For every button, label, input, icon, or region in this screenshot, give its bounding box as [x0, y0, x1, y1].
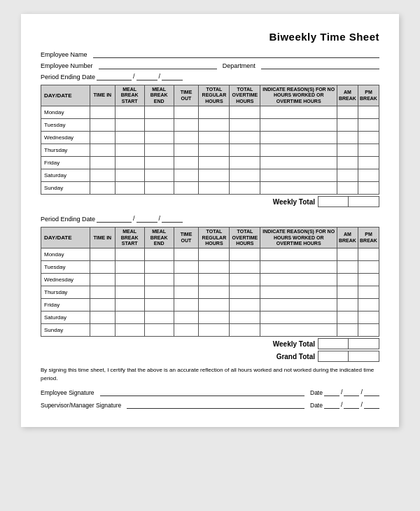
total-overtime-cell	[230, 132, 260, 144]
weekly-total-label-2: Weekly Total	[273, 340, 318, 348]
total-overtime-cell	[230, 299, 260, 312]
weekly-total-overtime-1	[349, 196, 379, 207]
pm-break-cell	[358, 274, 379, 286]
day-label: Monday	[41, 106, 90, 119]
period-ending-label-2: Period Ending Date	[41, 216, 95, 223]
day-label: Sunday	[41, 324, 90, 337]
employee-number-label: Employee Number	[41, 62, 93, 69]
period-ending-label-1: Period Ending Date	[41, 74, 95, 80]
total-regular-cell	[199, 299, 230, 312]
time-in-cell	[90, 157, 115, 169]
table-row: Wednesday	[41, 132, 379, 144]
grand-total-cells	[318, 351, 379, 362]
meal-end-cell	[144, 324, 174, 337]
table-row: Monday	[41, 248, 379, 261]
supervisor-date-section: Date / /	[310, 400, 379, 409]
total-regular-cell	[199, 106, 230, 119]
header-time-out: TIME OUT	[174, 85, 199, 106]
am-break-cell	[337, 169, 358, 182]
day-label: Thursday	[41, 144, 90, 157]
period-ending-blank-1b	[136, 72, 158, 80]
period-ending-blank-1a	[97, 72, 132, 80]
header-meal-start: MEAL BREAK START	[115, 85, 144, 106]
pm-break-cell	[358, 119, 379, 132]
period-ending-row-2: Period Ending Date / /	[41, 214, 379, 223]
total-overtime-cell	[230, 286, 260, 299]
header2-total-overtime: TOTAL OVERTIME HOURS	[230, 227, 260, 248]
pm-break-cell	[358, 312, 379, 324]
table-row: Saturday	[41, 312, 379, 324]
am-break-cell	[337, 286, 358, 299]
am-break-cell	[337, 248, 358, 261]
table-row: Saturday	[41, 169, 379, 182]
indicate-cell	[260, 169, 337, 182]
header-indicate-reasons: INDICATE REASON(S) FOR NO HOURS WORKED O…	[260, 85, 337, 106]
meal-start-cell	[115, 261, 144, 274]
time-out-cell	[174, 261, 199, 274]
total-overtime-cell	[230, 144, 260, 157]
day-label: Wednesday	[41, 132, 90, 144]
am-break-cell	[337, 132, 358, 144]
employee-date-blank-2	[344, 388, 359, 396]
meal-start-cell	[115, 286, 144, 299]
time-in-cell	[90, 169, 115, 182]
total-regular-cell	[199, 312, 230, 324]
meal-start-cell	[115, 132, 144, 144]
weekly-total-row-1: Weekly Total	[273, 196, 379, 207]
table-row: Tuesday	[41, 119, 379, 132]
table-row: Sunday	[41, 182, 379, 195]
weekly-total-section-1: Weekly Total	[41, 195, 379, 207]
time-in-cell	[90, 248, 115, 261]
day-label: Tuesday	[41, 119, 90, 132]
meal-end-cell	[144, 144, 174, 157]
header-time-in: TIME IN	[90, 85, 115, 106]
day-label: Thursday	[41, 286, 90, 299]
meal-end-cell	[144, 299, 174, 312]
pm-break-cell	[358, 261, 379, 274]
department-label: Department	[223, 62, 255, 69]
pm-break-cell	[358, 299, 379, 312]
supervisor-date-blank-1	[324, 400, 340, 409]
time-out-cell	[174, 182, 199, 195]
pm-break-cell	[358, 286, 379, 299]
indicate-cell	[260, 119, 337, 132]
supervisor-sig-label: Supervisor/Manager Signature	[41, 402, 121, 409]
indicate-cell	[260, 106, 337, 119]
meal-end-cell	[144, 312, 174, 324]
time-out-cell	[174, 286, 199, 299]
am-break-cell	[337, 106, 358, 119]
header2-meal-start: MEAL BREAK START	[115, 227, 144, 248]
header2-day-date: DAY/DATE	[41, 227, 90, 248]
header2-total-regular: TOTAL REGULAR HOURS	[199, 227, 230, 248]
pm-break-cell	[358, 144, 379, 157]
day-label: Saturday	[41, 312, 90, 324]
indicate-cell	[260, 286, 337, 299]
header-total-overtime: TOTAL OVERTIME HOURS	[230, 85, 260, 106]
indicate-cell	[260, 299, 337, 312]
header2-time-out: TIME OUT	[174, 227, 199, 248]
header2-time-in: TIME IN	[90, 227, 115, 248]
total-overtime-cell	[230, 324, 260, 337]
supervisor-sig-row: Supervisor/Manager Signature Date / /	[41, 400, 379, 409]
day-label: Saturday	[41, 169, 90, 182]
table-row: Tuesday	[41, 261, 379, 274]
employee-date-label: Date	[310, 389, 323, 396]
time-in-cell	[90, 132, 115, 144]
total-overtime-cell	[230, 169, 260, 182]
employee-sig-label: Employee Signature	[41, 389, 94, 396]
pm-break-cell	[358, 157, 379, 169]
total-overtime-cell	[230, 274, 260, 286]
page: Biweekly Time Sheet Employee Name Employ…	[21, 14, 399, 427]
header-meal-end: MEAL BREAK END	[144, 85, 174, 106]
meal-end-cell	[144, 106, 174, 119]
weekly-total-overtime-2	[349, 338, 379, 349]
am-break-cell	[337, 157, 358, 169]
time-in-cell	[90, 274, 115, 286]
meal-start-cell	[115, 106, 144, 119]
time-out-cell	[174, 106, 199, 119]
total-regular-cell	[199, 286, 230, 299]
total-regular-cell	[199, 324, 230, 337]
meal-end-cell	[144, 261, 174, 274]
total-regular-cell	[199, 119, 230, 132]
indicate-cell	[260, 157, 337, 169]
